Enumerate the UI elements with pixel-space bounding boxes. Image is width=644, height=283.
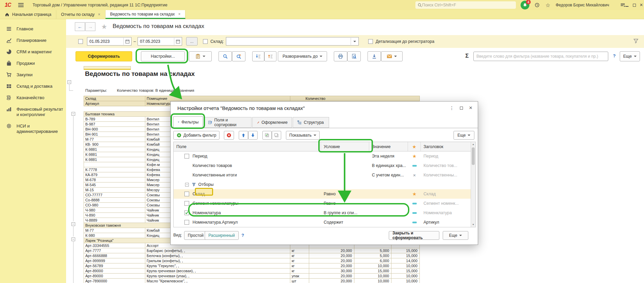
table-cell[interactable]: 10,000 <box>354 274 391 279</box>
table-cell[interactable]: Арт-56789 <box>84 263 145 268</box>
table-cell[interactable]: Крупа "Геркулес", , <box>145 263 290 268</box>
print-button[interactable] <box>334 51 347 61</box>
table-cell[interactable]: упак <box>290 274 309 279</box>
table-cell[interactable]: Артикул <box>84 101 145 106</box>
table-cell[interactable]: кг <box>290 253 309 258</box>
table-cell[interactable]: М-77 <box>84 228 145 233</box>
more-button[interactable]: Еще <box>620 51 640 61</box>
dialog-footer-more-button[interactable]: Еще <box>443 231 468 240</box>
tab-home[interactable]: Начальная страница <box>0 10 56 19</box>
back-button[interactable]: ← <box>75 22 85 31</box>
column-flag[interactable]: ★ <box>408 142 421 151</box>
table-cell[interactable]: Арт-89000 <box>84 274 145 279</box>
table-cell[interactable]: Ч-980 <box>84 208 145 213</box>
table-cell[interactable]: кг <box>290 248 309 253</box>
sidebar-item[interactable]: CRM и маркетинг <box>0 46 66 58</box>
sidebar-item[interactable]: Главное <box>0 23 66 35</box>
flag-dash-icon[interactable] <box>408 165 421 167</box>
global-search[interactable] <box>415 1 516 9</box>
table-cell[interactable]: Белочка (конфеты), , <box>145 253 290 258</box>
table-cell[interactable]: М-15 <box>84 188 145 193</box>
dialog-more-button[interactable]: Еще <box>453 131 474 140</box>
dialog-close-button[interactable]: × <box>467 104 474 112</box>
table-cell[interactable]: М-545 <box>84 182 145 188</box>
save-file-button[interactable] <box>368 51 381 61</box>
expand-groups-button[interactable] <box>264 51 276 61</box>
sidebar-item[interactable]: НСИ и администрирование <box>0 120 66 137</box>
table-cell[interactable]: Арт-6666888 <box>84 253 145 258</box>
filter-checkbox[interactable] <box>184 192 189 196</box>
table-cell[interactable]: 14,000 <box>391 258 420 263</box>
filter-header[interactable]: Количественны... <box>421 173 471 177</box>
sidebar-item[interactable]: Казначейство <box>0 92 66 104</box>
close-and-generate-button[interactable]: Закрыть и сформировать <box>389 231 439 240</box>
dialog-menu-icon[interactable]: ⋮ <box>448 104 456 112</box>
scroll-thumb[interactable] <box>472 147 475 165</box>
filter-header[interactable]: Сегмент номенк... <box>421 201 471 206</box>
filter-header[interactable]: Артикул <box>421 220 471 225</box>
table-cell[interactable]: К-7778 <box>84 167 145 172</box>
table-cell[interactable]: 10,000 <box>391 263 420 268</box>
table-cell[interactable]: Ч-890 <box>84 213 145 218</box>
notifications-bell-icon[interactable]: 4 <box>521 1 529 9</box>
table-cell[interactable] <box>84 162 145 167</box>
filter-header[interactable]: Период <box>421 154 471 159</box>
table-cell[interactable]: кг <box>290 268 309 274</box>
column-value[interactable]: Значение <box>369 142 408 151</box>
table-cell[interactable]: 10,000 <box>391 274 420 279</box>
quick-filter-input[interactable] <box>474 54 608 59</box>
table-cell[interactable]: 15,000 <box>391 253 420 258</box>
restore-button[interactable] <box>631 2 637 8</box>
table-cell[interactable]: 20,000 <box>309 258 354 263</box>
filter-condition[interactable]: Равно <box>321 201 369 206</box>
filter-row[interactable]: СкладРавно★Склад <box>174 189 471 199</box>
table-cell[interactable]: Количество <box>290 96 420 101</box>
table-cell[interactable]: К-980 <box>84 233 145 238</box>
send-mail-button[interactable] <box>381 51 403 61</box>
table-cell[interactable]: 6,000 <box>354 258 391 263</box>
add-filter-button[interactable]: Добавить фильтр <box>173 131 219 140</box>
tab-1[interactable]: Отчеты по складу× <box>56 10 105 19</box>
grid-scrollbar[interactable]: ▲ ▼ <box>471 142 475 227</box>
group-expander[interactable]: − <box>71 222 75 226</box>
table-cell[interactable]: Арт-7890000 <box>84 279 145 283</box>
filter-value[interactable]: Эта неделя <box>369 154 408 159</box>
collapse-groups-button[interactable] <box>252 51 264 61</box>
calendar-icon[interactable] <box>123 38 131 45</box>
filter-checkbox[interactable] <box>184 201 189 206</box>
dialog-help-link[interactable]: ? <box>241 233 244 238</box>
table-cell[interactable]: Грильяж (конфеты), , <box>145 258 290 263</box>
column-condition[interactable]: Условие <box>321 142 369 151</box>
table-cell[interactable]: 15,000 <box>391 268 420 274</box>
table-cell[interactable]: Арт-89000 <box>84 268 145 274</box>
filter-row[interactable]: Сегмент номенклатурыРавноСегмент номенк.… <box>174 199 471 208</box>
tab-close-icon[interactable]: × <box>98 12 100 17</box>
table-cell[interactable]: кг <box>290 258 309 263</box>
filter-checkbox[interactable] <box>184 220 189 225</box>
flag-dash-icon[interactable] <box>408 212 421 214</box>
warehouse-combobox[interactable] <box>226 37 359 46</box>
filter-row[interactable]: Номенклатура.АртикулСодержитАртикул <box>174 218 471 227</box>
table-cell[interactable]: 20,000 <box>309 253 354 258</box>
report-expander[interactable]: − <box>67 80 71 84</box>
table-cell[interactable]: ВН-900 <box>84 127 145 132</box>
close-button[interactable]: × <box>638 2 644 8</box>
reset-search-button[interactable] <box>232 51 245 61</box>
table-cell[interactable]: 20,000 <box>309 274 354 279</box>
period-checkbox[interactable] <box>78 39 83 44</box>
table-cell[interactable]: Крупа гречневая (весовая), , <box>145 268 290 274</box>
global-search-input[interactable] <box>422 3 506 7</box>
scroll-down-icon[interactable]: ▼ <box>471 223 475 227</box>
table-cell[interactable]: В-987 <box>84 122 145 127</box>
table-cell[interactable]: Ч-8889 <box>84 218 145 223</box>
sidebar-item[interactable]: Склад и доставка <box>0 81 66 92</box>
print-preview-button[interactable] <box>347 51 361 61</box>
column-field[interactable]: Поле <box>174 142 321 151</box>
view-simple-button[interactable]: Простой <box>184 231 207 240</box>
user-name[interactable]: Федоров Борис Михайлович <box>556 3 609 7</box>
column-header[interactable]: Заголовок <box>421 142 471 151</box>
filter-funnel-icon[interactable] <box>633 38 639 44</box>
table-cell[interactable]: М-678 <box>84 177 145 182</box>
table-cell[interactable]: 5,000 <box>354 248 391 253</box>
help-link[interactable]: ? <box>613 53 616 58</box>
